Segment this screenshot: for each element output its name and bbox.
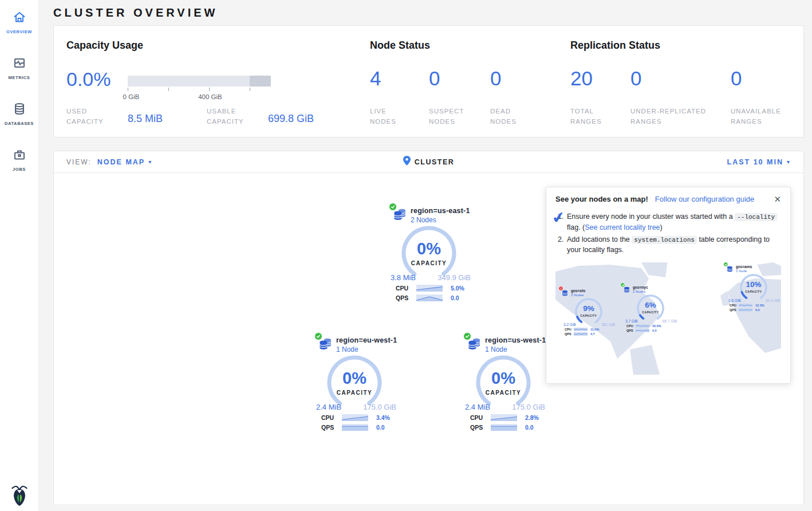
axis-tick-label: 0 GiB: [123, 93, 140, 100]
node-map-canvas[interactable]: region=us-east-1 2 Nodes 0% CAPACITY 3.8…: [54, 173, 803, 504]
locality-tree-link[interactable]: See current locality tree: [585, 223, 660, 231]
locality-databases-icon: [623, 285, 630, 293]
page-title: CLUSTER OVERVIEW: [53, 6, 218, 19]
step-text: Ensure every node in your cluster was st…: [567, 213, 735, 221]
qps-value: 0.0: [376, 424, 385, 431]
locality-databases-icon: !: [561, 289, 569, 296]
cockroachdb-logo: [0, 484, 39, 506]
capacity-used-value: 2.4 MiB: [465, 403, 490, 411]
view-selector-value: NODE MAP: [97, 158, 145, 166]
suspect-nodes-label: SUSPECT NODES: [429, 107, 472, 127]
home-icon: [13, 10, 26, 26]
usable-capacity-label: USABLE CAPACITY: [207, 107, 258, 127]
view-selector[interactable]: NODE MAP ▾: [97, 158, 152, 166]
map-pin-icon: [403, 156, 411, 168]
setup-step-2: 2. Add locations to the system.locations…: [558, 234, 781, 256]
qps-sparkline: [636, 329, 649, 332]
capacity-used-value: 3.8 MiB: [391, 273, 416, 282]
qps-label: QPS: [626, 329, 636, 332]
cpu-label: CPU: [565, 328, 574, 331]
capacity-total-value: 175.0 GiB: [363, 403, 396, 411]
locality-databases-icon: [318, 336, 332, 350]
cpu-sparkline: [739, 304, 752, 307]
qps-label: QPS: [396, 294, 416, 301]
capacity-label: CAPACITY: [475, 390, 532, 396]
total-ranges-label: TOTAL RANGES: [570, 107, 610, 127]
locality-nodes-link[interactable]: 1 Node: [336, 345, 397, 353]
sidebar-item-label: JOBS: [13, 167, 26, 172]
under-replicated-ranges-label: UNDER-REPLICATED RANGES: [630, 107, 725, 127]
chevron-down-icon: ▾: [787, 159, 791, 165]
view-label: VIEW:: [66, 158, 92, 166]
cpu-label: CPU: [626, 324, 636, 328]
setup-step-1: ✔ 1. Ensure every node in your cluster w…: [558, 211, 781, 233]
briefcase-icon: [13, 148, 26, 164]
cpu-sparkline: [636, 324, 649, 328]
cpu-value: 11.0%: [590, 328, 599, 331]
dead-nodes-value: 0: [490, 67, 501, 90]
metrics-icon: [13, 56, 26, 72]
configuration-guide-link[interactable]: Follow our configuration guide: [655, 195, 754, 203]
capacity-label: CAPACITY: [400, 260, 458, 266]
axis-tick: [209, 88, 210, 91]
page-header: CLUSTER OVERVIEW: [53, 0, 804, 25]
capacity-percent-value: 9%: [574, 304, 604, 313]
capacity-usage-title: Capacity Usage: [66, 40, 143, 52]
cpu-label: CPU: [321, 414, 342, 421]
sidebar-item-jobs[interactable]: JOBS: [0, 137, 38, 183]
unavailable-ranges-value: 0: [731, 67, 742, 90]
axis-tick: [168, 88, 169, 91]
status-healthy-icon: [314, 332, 322, 340]
qps-sparkline: [342, 424, 368, 431]
cpu-value: 3.4%: [376, 414, 390, 421]
locality-region-label: geo=nyc: [633, 285, 648, 289]
time-range-selector[interactable]: LAST 10 MIN ▾: [727, 158, 791, 166]
time-range-value: LAST 10 MIN: [727, 158, 783, 166]
status-healthy-icon: [463, 332, 471, 340]
sidebar-item-label: OVERVIEW: [6, 29, 32, 34]
qps-sparkline: [739, 308, 752, 312]
cpu-label: CPU: [470, 414, 491, 421]
cpu-sparkline: [491, 414, 517, 421]
qps-label: QPS: [565, 332, 574, 336]
sidebar-item-metrics[interactable]: METRICS: [0, 46, 38, 92]
locality-group-eu-west-1[interactable]: region=eu-west-1 1 Node 0% CAPACITY 2.4 …: [306, 336, 403, 431]
axis-tick: [128, 88, 128, 91]
sidebar-item-label: METRICS: [9, 75, 30, 80]
view-bar: VIEW: NODE MAP ▾ CLUSTER: [54, 151, 803, 173]
locality-group-us-east-1[interactable]: region=us-east-1 2 Nodes 0% CAPACITY 3.8…: [380, 207, 478, 301]
sidebar-item-databases[interactable]: DATABASES: [0, 92, 38, 137]
sidebar-item-overview[interactable]: OVERVIEW: [0, 0, 38, 46]
capacity-percent: 0.0%: [66, 68, 111, 91]
qps-value: 4.7: [590, 332, 595, 336]
qps-label: QPS: [730, 308, 739, 312]
cpu-label: CPU: [396, 285, 416, 292]
qps-value: 0.0: [652, 329, 657, 332]
node-map-setup-popup: See your nodes on a map! Follow our conf…: [546, 187, 791, 384]
live-nodes-value: 4: [370, 67, 381, 90]
dead-nodes-label: DEAD NODES: [490, 107, 525, 127]
close-icon[interactable]: ✕: [774, 195, 781, 203]
capacity-total-value: 349.9 GiB: [437, 273, 471, 282]
capacity-gauge: 9% CAPACITY: [574, 297, 604, 327]
capacity-total-value: 351 GiB: [602, 323, 616, 327]
qps-value: 0.0: [525, 424, 534, 431]
locality-nodes-link[interactable]: 1 Node: [485, 345, 546, 353]
usable-capacity-value: 699.8 GiB: [268, 113, 314, 125]
cpu-value: 2.8%: [525, 414, 539, 421]
capacity-percent-value: 0%: [475, 369, 532, 388]
code-chip: system.locations: [632, 236, 697, 244]
qps-value: 0.0: [755, 308, 760, 312]
suspect-nodes-value: 0: [429, 67, 440, 90]
live-nodes-label: LIVE NODES: [370, 107, 404, 127]
step-marker: 2.: [558, 234, 567, 256]
cpu-value: 12.3%: [755, 304, 764, 307]
qps-label: QPS: [470, 424, 491, 431]
status-healthy-icon: [389, 203, 397, 211]
node-map-panel: VIEW: NODE MAP ▾ CLUSTER: [53, 151, 804, 504]
locality-nodes-link[interactable]: 2 Nodes: [411, 216, 470, 224]
locality-group-us-west-1[interactable]: region=us-west-1 1 Node 0% CAPACITY 2.4 …: [455, 336, 552, 431]
locality-region-label: geo=ams: [736, 265, 752, 269]
cpu-sparkline: [342, 414, 368, 421]
locality-databases-icon: [726, 265, 734, 272]
